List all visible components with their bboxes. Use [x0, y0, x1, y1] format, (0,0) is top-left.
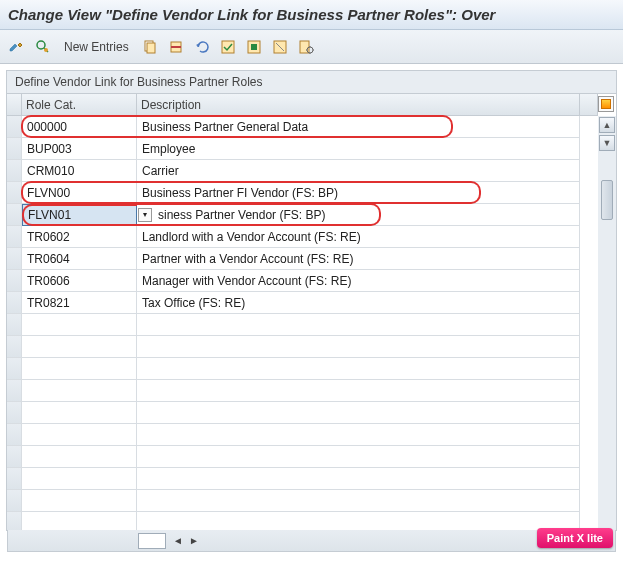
cell-role-cat[interactable]: TR0821: [22, 292, 137, 314]
scroll-gutter: [580, 138, 598, 160]
row-selector[interactable]: [7, 204, 22, 226]
cell-description[interactable]: [137, 380, 580, 402]
scroll-gutter: [580, 490, 598, 512]
cell-description[interactable]: Carrier: [137, 160, 580, 182]
cell-description[interactable]: [137, 468, 580, 490]
cell-role-cat[interactable]: [22, 468, 137, 490]
svg-rect-9: [251, 44, 257, 50]
column-header-description[interactable]: Description: [137, 94, 580, 116]
cell-description[interactable]: [137, 424, 580, 446]
row-selector[interactable]: [7, 226, 22, 248]
cell-role-cat[interactable]: TR0606: [22, 270, 137, 292]
row-selector[interactable]: [7, 402, 22, 424]
scroll-down-button[interactable]: ▼: [599, 135, 615, 151]
scroll-up-button[interactable]: ▲: [599, 117, 615, 133]
scroll-gutter: [580, 116, 598, 138]
row-selector[interactable]: [7, 380, 22, 402]
cell-role-cat[interactable]: 000000: [22, 116, 137, 138]
content-area: Define Vendor Link for Business Partner …: [0, 64, 623, 537]
cell-description[interactable]: [137, 402, 580, 424]
cell-description[interactable]: Landlord with a Vendor Account (FS: RE): [137, 226, 580, 248]
cell-description[interactable]: Business Partner General Data: [137, 116, 580, 138]
copy-icon[interactable]: [139, 36, 161, 58]
scroll-thumb[interactable]: [601, 180, 613, 220]
cell-description[interactable]: [137, 446, 580, 468]
cell-role-cat[interactable]: [22, 490, 137, 512]
row-selector[interactable]: [7, 358, 22, 380]
table-config-icon[interactable]: [598, 96, 614, 112]
cell-description[interactable]: Partner with a Vendor Account (FS: RE): [137, 248, 580, 270]
cell-role-cat[interactable]: [22, 358, 137, 380]
scroll-gutter: [580, 292, 598, 314]
delete-icon[interactable]: [165, 36, 187, 58]
scroll-gutter: [580, 226, 598, 248]
row-selector[interactable]: [7, 512, 22, 531]
cell-role-cat[interactable]: TR0602: [22, 226, 137, 248]
scroll-gutter: [580, 380, 598, 402]
scroll-gutter: [580, 204, 598, 226]
row-selector[interactable]: [7, 292, 22, 314]
row-selector[interactable]: [7, 138, 22, 160]
select-all-icon[interactable]: [217, 36, 239, 58]
select-block-icon[interactable]: [243, 36, 265, 58]
scroll-gutter: [580, 402, 598, 424]
position-input[interactable]: [138, 533, 166, 549]
cell-role-cat[interactable]: CRM010: [22, 160, 137, 182]
cell-description[interactable]: Employee: [137, 138, 580, 160]
deselect-all-icon[interactable]: [269, 36, 291, 58]
scroll-gutter: [580, 446, 598, 468]
find-other-icon[interactable]: [32, 36, 54, 58]
column-header-scroll: [580, 94, 598, 116]
cell-role-cat[interactable]: [22, 424, 137, 446]
cell-description[interactable]: ▾siness Partner Vendor (FS: BP): [137, 204, 580, 226]
toggle-display-change-icon[interactable]: [6, 36, 28, 58]
row-selector[interactable]: [7, 182, 22, 204]
cell-description[interactable]: [137, 358, 580, 380]
row-selector[interactable]: [7, 424, 22, 446]
cell-description[interactable]: Tax Office (FS: RE): [137, 292, 580, 314]
svg-point-2: [44, 48, 48, 52]
new-entries-button[interactable]: New Entries: [58, 38, 135, 56]
cell-description[interactable]: Manager with Vendor Account (FS: RE): [137, 270, 580, 292]
row-selector[interactable]: [7, 314, 22, 336]
row-selector[interactable]: [7, 116, 22, 138]
row-selector[interactable]: [7, 160, 22, 182]
scroll-gutter: [580, 336, 598, 358]
row-selector[interactable]: [7, 248, 22, 270]
scroll-gutter: [580, 182, 598, 204]
cell-role-cat[interactable]: [22, 314, 137, 336]
watermark-badge: Paint X lite: [537, 528, 613, 548]
nav-right-icon[interactable]: ►: [187, 534, 201, 548]
scroll-gutter: [580, 468, 598, 490]
cell-role-cat[interactable]: FLVN00: [22, 182, 137, 204]
nav-left-icon[interactable]: ◄: [171, 534, 185, 548]
row-selector[interactable]: [7, 270, 22, 292]
cell-description[interactable]: Business Partner FI Vendor (FS: BP): [137, 182, 580, 204]
cell-role-cat[interactable]: BUP003: [22, 138, 137, 160]
cell-role-cat[interactable]: [22, 402, 137, 424]
row-selector[interactable]: [7, 490, 22, 512]
cell-role-cat[interactable]: FLVN01: [22, 204, 137, 226]
cell-role-cat[interactable]: [22, 380, 137, 402]
window-title: Change View "Define Vendor Link for Busi…: [0, 0, 623, 30]
vertical-scrollbar[interactable]: ▲ ▼: [598, 116, 616, 530]
row-selector[interactable]: [7, 468, 22, 490]
row-selector[interactable]: [7, 336, 22, 358]
table-footer: ◄ ►: [7, 530, 616, 552]
scroll-gutter: [580, 248, 598, 270]
column-header-role-cat[interactable]: Role Cat.: [22, 94, 137, 116]
cell-description[interactable]: [137, 336, 580, 358]
cell-role-cat[interactable]: TR0604: [22, 248, 137, 270]
cell-description[interactable]: [137, 512, 580, 531]
value-help-icon[interactable]: ▾: [138, 208, 152, 222]
configuration-icon[interactable]: [295, 36, 317, 58]
cell-role-cat[interactable]: [22, 446, 137, 468]
cell-role-cat[interactable]: [22, 512, 137, 531]
cell-description[interactable]: [137, 314, 580, 336]
select-all-column-header[interactable]: [7, 94, 22, 116]
undo-icon[interactable]: [191, 36, 213, 58]
row-selector[interactable]: [7, 446, 22, 468]
cell-description[interactable]: [137, 490, 580, 512]
cell-role-cat[interactable]: [22, 336, 137, 358]
scroll-gutter: [580, 424, 598, 446]
